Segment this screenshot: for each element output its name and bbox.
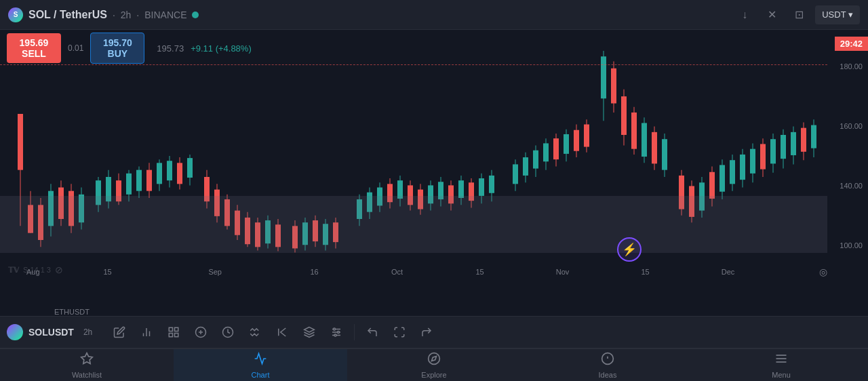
- x-label-sep: Sep: [208, 268, 222, 276]
- svg-rect-88: [489, 176, 494, 193]
- svg-point-164: [338, 332, 340, 334]
- chart-area[interactable]: 180.00 160.00 140.00 100.00 Aug 15 Sep 1…: [0, 30, 868, 316]
- svg-rect-34: [187, 158, 193, 178]
- nav-chart[interactable]: Chart: [174, 349, 347, 381]
- svg-rect-146: [811, 125, 816, 148]
- svg-rect-102: [574, 130, 579, 151]
- svg-rect-140: [781, 135, 786, 159]
- sell-price: 195.69: [15, 37, 53, 48]
- sub-ticker: ETHUSDT: [54, 308, 90, 316]
- down-button[interactable]: ↓: [734, 4, 755, 26]
- undo-button[interactable]: [360, 320, 384, 344]
- replay-button[interactable]: [216, 320, 240, 344]
- svg-marker-168: [431, 356, 436, 361]
- nav-ideas[interactable]: Ideas: [521, 349, 694, 381]
- svg-rect-104: [584, 125, 589, 147]
- layers-button[interactable]: [297, 320, 321, 344]
- svg-rect-114: [642, 123, 647, 157]
- x-label-15-1: 15: [103, 268, 111, 276]
- y-label-140: 140.00: [833, 182, 863, 190]
- x-label-dec: Dec: [722, 268, 735, 276]
- buy-price: 195.70: [99, 37, 136, 48]
- chart-type-button[interactable]: [134, 320, 159, 344]
- svg-rect-130: [730, 160, 735, 184]
- svg-rect-134: [750, 149, 755, 174]
- svg-rect-153: [175, 334, 178, 337]
- explore-label: Explore: [421, 371, 446, 379]
- svg-marker-166: [81, 353, 93, 363]
- ideas-icon: [601, 352, 614, 369]
- indicator-text: S 14 1 3: [23, 266, 51, 274]
- svg-rect-151: [175, 327, 178, 331]
- svg-rect-30: [167, 161, 172, 180]
- svg-rect-126: [709, 172, 715, 199]
- draw-button[interactable]: [107, 320, 132, 344]
- separator: ·: [113, 9, 115, 20]
- gray-band: [0, 196, 827, 253]
- watchlist-label: Watchlist: [72, 371, 102, 379]
- close-button[interactable]: ✕: [761, 4, 783, 26]
- header-right: ↓ ✕ ⊡ USDT ▾: [734, 4, 860, 26]
- nav-explore[interactable]: Explore: [347, 349, 521, 381]
- svg-rect-132: [740, 155, 745, 180]
- svg-rect-92: [523, 157, 528, 176]
- svg-point-165: [334, 334, 336, 336]
- svg-rect-106: [601, 56, 606, 98]
- nav-watchlist[interactable]: Watchlist: [0, 349, 174, 381]
- svg-rect-150: [170, 327, 173, 331]
- svg-rect-22: [126, 174, 132, 195]
- spread-value: 0.01: [68, 43, 83, 53]
- toolbar-timeframe[interactable]: 2h: [79, 326, 96, 338]
- x-label-nov: Nov: [556, 268, 570, 276]
- ticker-info: SOLUSDT 2h: [7, 324, 96, 340]
- header-bar: S SOL / TetherUS · 2h · BINANCE ↓ ✕ ⊡ US…: [0, 0, 868, 30]
- svg-rect-142: [791, 132, 796, 155]
- bottom-nav: Watchlist Chart Explore Ideas: [0, 348, 868, 381]
- sol-logo: S: [8, 7, 23, 22]
- svg-rect-116: [652, 132, 657, 164]
- redo-button[interactable]: [414, 320, 439, 344]
- tv-watermark: 𝕋𝕍 S 14 1 3 ⊘: [8, 264, 63, 275]
- svg-rect-112: [631, 113, 637, 149]
- settings-button[interactable]: [324, 320, 349, 344]
- minimize-button[interactable]: ⊡: [788, 4, 810, 26]
- svg-rect-98: [553, 138, 559, 159]
- buy-button[interactable]: 195.70 BUY: [90, 33, 144, 64]
- watchlist-icon: [80, 352, 94, 369]
- eye-icon[interactable]: ⊘: [55, 264, 63, 275]
- fullscreen-button[interactable]: [387, 320, 412, 344]
- back-button[interactable]: [270, 320, 294, 344]
- x-label-oct: Oct: [391, 268, 403, 276]
- exchange-separator: ·: [136, 9, 139, 20]
- svg-rect-128: [719, 165, 725, 191]
- svg-rect-138: [770, 139, 776, 163]
- svg-rect-96: [543, 143, 549, 161]
- svg-rect-152: [170, 334, 173, 337]
- sell-button[interactable]: 195.69 SELL: [7, 33, 61, 63]
- bottom-toolbar: SOLUSDT 2h: [0, 316, 868, 348]
- svg-rect-108: [611, 68, 616, 104]
- currency-button[interactable]: USDT ▾: [815, 5, 860, 24]
- ticker-name[interactable]: SOLUSDT: [28, 327, 74, 338]
- ideas-label: Ideas: [599, 371, 617, 379]
- current-price: 195.73: [157, 43, 184, 54]
- add-indicator-button[interactable]: [189, 320, 213, 344]
- price-change: +9.11 (+4.88%): [191, 43, 252, 54]
- explore-icon: [427, 352, 441, 369]
- ticker-icon: [7, 324, 23, 340]
- svg-rect-118: [662, 139, 667, 169]
- symbol-text: SOL / TetherUS: [28, 9, 107, 21]
- svg-rect-26: [146, 170, 152, 191]
- measure-button[interactable]: [243, 320, 267, 344]
- flash-alert-icon[interactable]: ⚡: [617, 237, 642, 262]
- x-label-15-3: 15: [641, 268, 649, 276]
- x-label-16: 16: [310, 268, 318, 276]
- svg-rect-90: [513, 164, 518, 184]
- layout-button[interactable]: [161, 320, 186, 344]
- svg-rect-94: [533, 151, 538, 169]
- header-left: S SOL / TetherUS · 2h · BINANCE: [8, 7, 734, 22]
- tv-logo: 𝕋𝕍: [8, 266, 19, 275]
- target-icon[interactable]: ◎: [819, 266, 827, 277]
- svg-rect-2: [18, 114, 23, 170]
- nav-menu[interactable]: Menu: [694, 349, 868, 381]
